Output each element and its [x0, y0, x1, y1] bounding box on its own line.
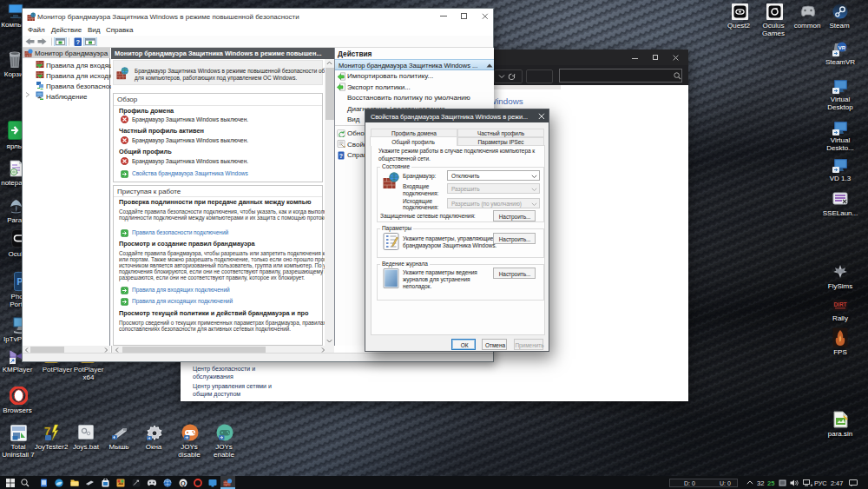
svg-text:?: ?	[76, 38, 80, 46]
svg-text:?: ?	[339, 152, 343, 158]
svg-text:DiRT: DiRT	[833, 301, 846, 307]
svg-text:Q: Q	[181, 479, 186, 487]
svg-text:VR: VR	[838, 45, 846, 50]
